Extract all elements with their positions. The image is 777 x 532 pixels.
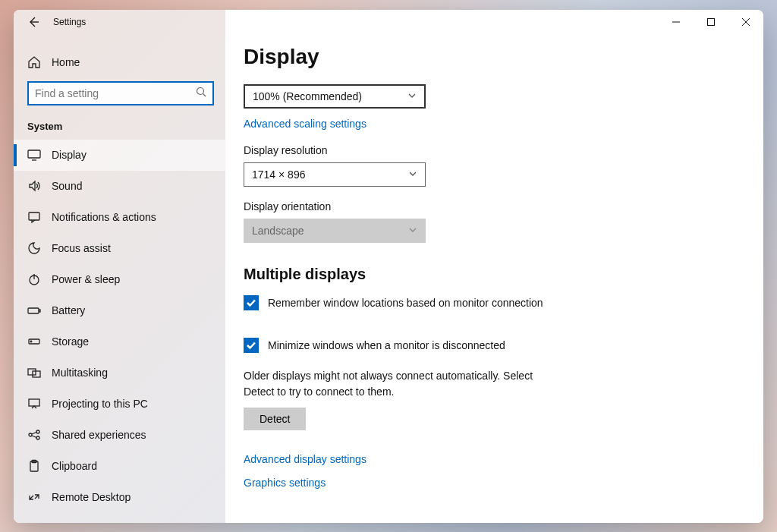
sidebar-item-label: Shared experiences [52, 429, 146, 441]
window-controls [659, 10, 763, 34]
sidebar-section-label: System [14, 116, 225, 140]
sidebar-item-clipboard[interactable]: Clipboard [14, 451, 225, 482]
multiple-displays-heading: Multiple displays [244, 266, 736, 283]
svg-point-5 [197, 87, 204, 94]
display-icon [27, 148, 41, 162]
sidebar-item-display[interactable]: Display [14, 140, 225, 171]
svg-line-23 [32, 436, 36, 438]
detect-button[interactable]: Detect [244, 408, 306, 430]
sidebar-item-label: Multitasking [52, 367, 108, 379]
sidebar-item-projecting[interactable]: Projecting to this PC [14, 389, 225, 420]
sidebar: Settings Home System Display [14, 10, 225, 523]
scale-dropdown[interactable]: 100% (Recommended) [244, 84, 426, 109]
remote-desktop-icon [27, 490, 41, 504]
home-icon [27, 55, 41, 69]
sidebar-item-home[interactable]: Home [14, 34, 225, 77]
notifications-icon [27, 210, 41, 224]
sidebar-item-label: Display [52, 149, 87, 161]
remember-locations-label: Remember window locations based on monit… [268, 297, 543, 309]
multitasking-icon [27, 366, 41, 379]
detect-hint: Older displays might not always connect … [244, 368, 547, 400]
titlebar: Settings [14, 10, 225, 34]
scale-value: 100% (Recommended) [253, 90, 362, 102]
chevron-down-icon [408, 168, 417, 181]
page-title: Display [244, 45, 736, 69]
focus-assist-icon [27, 241, 41, 255]
sidebar-item-sound[interactable]: Sound [14, 171, 225, 202]
sidebar-item-label: Focus assist [52, 242, 111, 254]
settings-window: Settings Home System Display [14, 10, 763, 523]
minimize-disconnect-checkbox[interactable] [244, 338, 259, 353]
svg-point-20 [36, 430, 39, 433]
storage-icon [27, 335, 41, 348]
svg-rect-16 [28, 369, 36, 375]
sidebar-item-label: Projecting to this PC [52, 398, 148, 410]
svg-rect-1 [708, 18, 715, 25]
svg-rect-13 [39, 310, 41, 312]
chevron-down-icon [407, 90, 417, 102]
sidebar-item-storage[interactable]: Storage [14, 326, 225, 357]
shared-icon [27, 428, 41, 442]
resolution-value: 1714 × 896 [252, 168, 305, 181]
sidebar-item-notifications[interactable]: Notifications & actions [14, 202, 225, 233]
power-icon [27, 272, 41, 286]
resolution-label: Display resolution [244, 144, 736, 156]
svg-rect-18 [29, 399, 39, 406]
svg-line-6 [203, 93, 206, 96]
home-label: Home [52, 56, 80, 68]
window-title: Settings [53, 17, 86, 27]
sidebar-item-shared-experiences[interactable]: Shared experiences [14, 420, 225, 451]
advanced-display-link[interactable]: Advanced display settings [244, 453, 366, 465]
orientation-label: Display orientation [244, 200, 736, 212]
battery-icon [27, 304, 41, 317]
sidebar-item-label: Remote Desktop [52, 491, 131, 503]
svg-line-22 [32, 433, 36, 435]
svg-rect-17 [33, 371, 40, 377]
sidebar-nav: Display Sound Notifications & actions Fo… [14, 140, 225, 523]
close-button[interactable] [728, 10, 763, 34]
sidebar-item-label: Clipboard [52, 460, 97, 472]
sidebar-item-battery[interactable]: Battery [14, 295, 225, 326]
sidebar-item-label: Power & sleep [52, 273, 120, 285]
sidebar-item-label: Sound [52, 180, 82, 192]
svg-rect-7 [28, 150, 40, 158]
svg-rect-12 [28, 308, 39, 313]
projecting-icon [27, 397, 41, 411]
resolution-dropdown[interactable]: 1714 × 896 [244, 162, 426, 187]
chevron-down-icon [408, 225, 417, 237]
sidebar-item-multitasking[interactable]: Multitasking [14, 357, 225, 389]
svg-point-15 [30, 341, 32, 342]
search-icon [196, 87, 206, 100]
search-input-wrap [27, 81, 214, 105]
svg-point-21 [36, 436, 39, 439]
sidebar-item-power-sleep[interactable]: Power & sleep [14, 264, 225, 295]
minimize-disconnect-label: Minimize windows when a monitor is disco… [268, 339, 505, 351]
back-icon[interactable] [27, 16, 39, 28]
sidebar-item-label: Storage [52, 335, 89, 348]
maximize-button[interactable] [694, 10, 728, 34]
sidebar-item-label: Notifications & actions [52, 211, 156, 223]
clipboard-icon [27, 459, 41, 473]
minimize-disconnect-row: Minimize windows when a monitor is disco… [244, 338, 736, 353]
remember-locations-checkbox[interactable] [244, 295, 259, 310]
sidebar-item-focus-assist[interactable]: Focus assist [14, 233, 225, 264]
search-input[interactable] [29, 87, 212, 99]
minimize-button[interactable] [659, 10, 694, 34]
advanced-scaling-link[interactable]: Advanced scaling settings [244, 118, 366, 130]
sidebar-item-remote-desktop[interactable]: Remote Desktop [14, 482, 225, 513]
graphics-settings-link[interactable]: Graphics settings [244, 477, 736, 489]
remember-locations-row: Remember window locations based on monit… [244, 295, 736, 310]
sound-icon [27, 179, 41, 193]
sidebar-item-label: Battery [52, 304, 85, 316]
svg-point-19 [29, 433, 32, 436]
orientation-dropdown: Landscape [244, 219, 426, 243]
content-pane: Display 100% (Recommended) Advanced scal… [225, 10, 763, 523]
svg-rect-9 [29, 212, 39, 220]
orientation-value: Landscape [252, 225, 304, 237]
